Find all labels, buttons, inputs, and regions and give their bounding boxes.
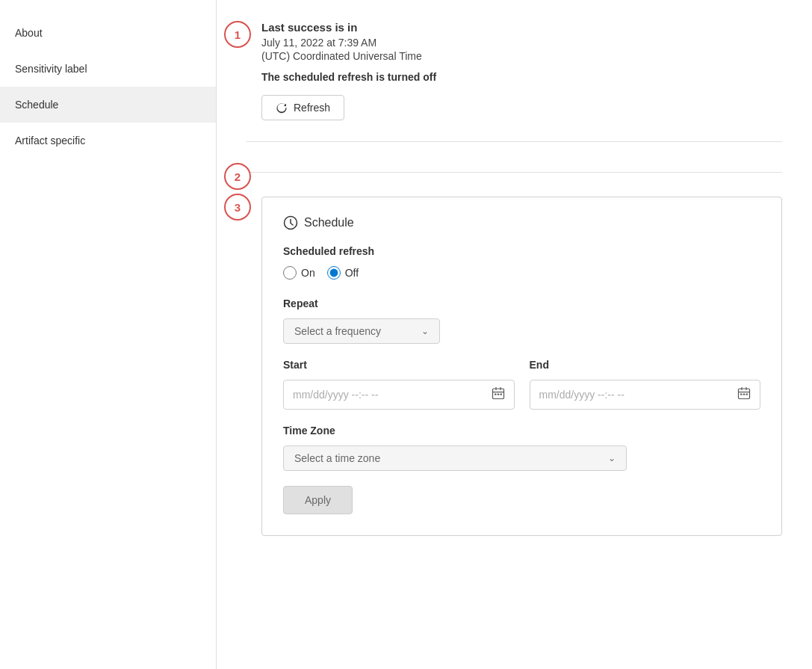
timezone-label: Time Zone [283, 425, 760, 437]
repeat-chevron-icon: ⌄ [421, 326, 429, 336]
timezone-chevron-icon: ⌄ [608, 453, 616, 463]
refresh-icon [276, 102, 288, 114]
radio-on-input[interactable] [283, 266, 297, 280]
start-calendar-icon [492, 386, 505, 403]
svg-rect-8 [746, 394, 749, 395]
timezone-dropdown[interactable]: Select a time zone ⌄ [283, 446, 627, 471]
apply-button[interactable]: Apply [283, 486, 353, 514]
svg-rect-3 [497, 394, 499, 395]
start-placeholder: mm/dd/yyyy --:-- -- [293, 389, 378, 401]
radio-on[interactable]: On [283, 266, 315, 280]
end-calendar-icon [737, 386, 751, 403]
scheduled-refresh-group: Scheduled refresh On Off [283, 245, 760, 280]
section-3: 3 Schedule Scheduled refresh [217, 173, 812, 557]
last-success-title: Last success is in [261, 21, 782, 34]
sidebar-item-about[interactable]: About [0, 15, 216, 51]
step-badge-3: 3 [224, 194, 251, 221]
card-title: Schedule [304, 216, 354, 229]
svg-rect-6 [740, 394, 743, 395]
sidebar-item-schedule-label: Schedule [15, 99, 58, 111]
timezone-placeholder: Select a time zone [294, 452, 380, 464]
repeat-group: Repeat Select a frequency ⌄ [283, 297, 760, 344]
refresh-button[interactable]: Refresh [261, 95, 344, 120]
svg-rect-7 [743, 394, 746, 395]
datetime-row: Start mm/dd/yyyy --:-- -- [283, 359, 760, 410]
radio-on-label: On [301, 267, 315, 279]
end-placeholder: mm/dd/yyyy --:-- -- [539, 389, 625, 401]
sidebar-item-sensitivity-label[interactable]: Sensitivity label [0, 51, 216, 87]
end-input[interactable]: mm/dd/yyyy --:-- -- [530, 380, 761, 410]
end-label: End [530, 359, 761, 371]
last-success-date: July 11, 2022 at 7:39 AM [261, 37, 782, 49]
sidebar: About Sensitivity label Schedule Artifac… [0, 0, 217, 669]
svg-rect-2 [495, 394, 497, 395]
apply-button-label: Apply [305, 494, 331, 506]
repeat-label: Repeat [283, 297, 760, 309]
repeat-dropdown[interactable]: Select a frequency ⌄ [283, 318, 440, 344]
last-success-timezone: (UTC) Coordinated Universal Time [261, 50, 782, 62]
scheduled-off-text: The scheduled refresh is turned off [261, 71, 782, 83]
timezone-group: Time Zone Select a time zone ⌄ [283, 425, 760, 471]
radio-group: On Off [283, 266, 760, 280]
start-field: Start mm/dd/yyyy --:-- -- [283, 359, 515, 410]
sidebar-item-schedule[interactable]: Schedule [0, 87, 216, 123]
radio-off[interactable]: Off [327, 266, 359, 280]
radio-off-label: Off [345, 267, 359, 279]
sidebar-item-artifact-specific-label: Artifact specific [15, 135, 85, 147]
scheduled-refresh-label: Scheduled refresh [283, 245, 760, 257]
refresh-button-label: Refresh [294, 102, 330, 114]
sidebar-item-sensitivity-label-text: Sensitivity label [15, 63, 87, 75]
card-header: Schedule [283, 215, 760, 230]
schedule-card: Schedule Scheduled refresh On Off [261, 197, 782, 536]
clock-icon [283, 215, 298, 230]
section-1: 1 Last success is in July 11, 2022 at 7:… [217, 0, 812, 141]
start-label: Start [283, 359, 515, 371]
radio-off-input[interactable] [327, 266, 341, 280]
sidebar-item-artifact-specific[interactable]: Artifact specific [0, 123, 216, 158]
start-input[interactable]: mm/dd/yyyy --:-- -- [283, 380, 515, 410]
step-badge-1: 1 [224, 21, 251, 48]
main-content: 1 Last success is in July 11, 2022 at 7:… [217, 0, 812, 669]
end-field: End mm/dd/yyyy --:-- -- [530, 359, 761, 410]
section-2: 2 [217, 142, 812, 172]
svg-rect-4 [500, 394, 502, 395]
repeat-placeholder: Select a frequency [294, 325, 381, 337]
sidebar-item-about-label: About [15, 27, 43, 39]
